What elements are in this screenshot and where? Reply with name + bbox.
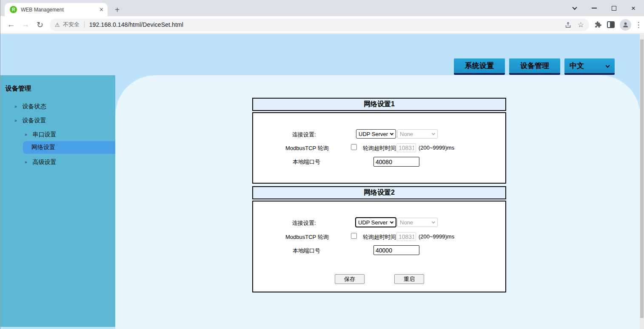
modbus-poll-checkbox[interactable] — [351, 233, 357, 239]
extensions-icon[interactable] — [594, 21, 602, 28]
sidebar-item-serial-settings[interactable]: » 串口设置 — [25, 130, 57, 139]
window-controls: × — [565, 0, 643, 16]
connection-type-select[interactable]: UDP Server — [355, 217, 396, 227]
browser-window: R WEB Management × + × ← → ↻ ⚠ 不安全 192.1… — [0, 0, 644, 329]
sidebar-item-advanced-settings[interactable]: » 高级设置 — [25, 158, 57, 167]
connection-secondary-value: None — [400, 131, 413, 137]
panel1-header: 网络设置1 — [252, 98, 506, 111]
connection-label: 连接设置: — [292, 131, 316, 139]
vertical-scrollbar[interactable] — [640, 34, 644, 329]
address-separator — [84, 21, 85, 28]
chevron-down-icon — [432, 131, 435, 135]
poll-timeout-label: 轮询超时时间 — [363, 145, 396, 152]
browser-menu-icon[interactable]: ⋮ — [635, 20, 642, 29]
not-secure-warning-icon: ⚠ — [55, 22, 60, 28]
poll-timeout-label: 轮询超时时间 — [363, 233, 396, 241]
panel2-body: 连接设置: UDP Server None ModbusTCP 轮询 轮询超时时… — [252, 201, 506, 292]
modbus-poll-label: ModbusTCP 轮询 — [285, 233, 329, 241]
panel2-header: 网络设置2 — [252, 186, 506, 199]
tab-search-icon[interactable] — [565, 0, 584, 16]
bullet-arrow-icon: » — [14, 105, 17, 109]
browser-toolbar: ← → ↻ ⚠ 不安全 192.168.0.148/html/DeviceSet… — [0, 16, 644, 34]
security-label[interactable]: 不安全 — [63, 21, 80, 28]
forward-icon[interactable]: → — [18, 20, 33, 29]
chevron-down-icon — [390, 220, 393, 223]
scrollbar-thumb[interactable] — [640, 40, 644, 318]
panel1-title: 网络设置1 — [364, 100, 395, 109]
sidebar-item-device-settings[interactable]: » 设备设置 — [14, 116, 46, 125]
sidebar-item-network-settings-active[interactable]: 网络设置 — [23, 141, 115, 154]
save-button[interactable]: 保存 — [335, 274, 365, 284]
connection-label: 连接设置: — [292, 219, 316, 227]
poll-timeout-range-hint: (200~9999)ms — [419, 233, 454, 240]
connection-type-value: UDP Server — [358, 219, 388, 226]
system-settings-button[interactable]: 系统设置 — [454, 58, 505, 75]
local-port-label: 本地端口号 — [293, 158, 320, 166]
sidebar-item-label: 设备设置 — [23, 117, 46, 125]
connection-type-select[interactable]: UDP Server — [356, 129, 396, 139]
sidebar-title: 设备管理 — [6, 85, 31, 93]
poll-timeout-range-hint: (200~9999)ms — [419, 145, 454, 151]
poll-timeout-input[interactable] — [396, 232, 416, 241]
side-panel-icon[interactable] — [607, 21, 615, 28]
address-bar[interactable]: ⚠ 不安全 192.168.0.148/html/DeviceSet.html … — [50, 19, 589, 31]
modbus-poll-label: ModbusTCP 轮询 — [285, 145, 329, 152]
tab-strip: R WEB Management × + × — [0, 0, 644, 16]
profile-avatar[interactable] — [620, 19, 631, 31]
toolbar-right-icons: ⋮ — [594, 19, 642, 31]
close-window-icon[interactable]: × — [624, 0, 643, 16]
new-tab-button[interactable]: + — [111, 4, 123, 16]
chevron-down-icon — [432, 220, 435, 223]
sidebar-item-device-status[interactable]: » 设备状态 — [14, 102, 46, 111]
connection-secondary-select[interactable]: None — [397, 218, 438, 227]
browser-tab[interactable]: R WEB Management × — [5, 3, 108, 16]
restart-button[interactable]: 重启 — [394, 274, 424, 284]
local-port-input[interactable] — [373, 157, 419, 167]
sidebar-item-label: 串口设置 — [33, 131, 57, 139]
tab-close-icon[interactable]: × — [100, 6, 103, 13]
bookmark-star-icon[interactable]: ☆ — [578, 20, 584, 29]
tab-title: WEB Management — [21, 7, 97, 13]
bullet-arrow-icon: » — [25, 160, 27, 164]
back-icon[interactable]: ← — [4, 20, 18, 29]
language-select[interactable]: 中文 — [564, 58, 615, 75]
sidebar-item-label: 高级设置 — [33, 159, 57, 166]
maximize-icon[interactable] — [604, 0, 624, 16]
panel2-title: 网络设置2 — [364, 188, 395, 197]
connection-type-value: UDP Server — [359, 131, 388, 137]
favicon-r-icon: R — [10, 6, 17, 13]
connection-secondary-value: None — [400, 219, 413, 226]
share-icon[interactable] — [564, 21, 572, 28]
connection-secondary-select[interactable]: None — [397, 129, 438, 139]
modbus-poll-checkbox[interactable] — [351, 144, 357, 150]
language-value: 中文 — [570, 61, 584, 71]
web-page: 设备管理 » 设备状态 » 设备设置 » 串口设置 网络设置 » 高级设置 系统… — [0, 34, 644, 329]
panel1-body: 连接设置: UDP Server None ModbusTCP 轮询 轮询超时时… — [252, 112, 506, 184]
reload-icon[interactable]: ↻ — [33, 20, 47, 30]
url-text[interactable]: 192.168.0.148/html/DeviceSet.html — [89, 21, 183, 28]
local-port-input[interactable] — [373, 245, 419, 255]
minimize-icon[interactable] — [584, 0, 604, 16]
sidebar: 设备管理 » 设备状态 » 设备设置 » 串口设置 网络设置 » 高级设置 — [0, 75, 115, 327]
chevron-down-icon — [606, 64, 610, 68]
bullet-arrow-icon: » — [25, 133, 27, 137]
sidebar-item-label: 设备状态 — [23, 103, 46, 111]
chevron-down-icon — [390, 131, 393, 135]
device-management-button[interactable]: 设备管理 — [509, 58, 560, 75]
bullet-arrow-icon: » — [14, 119, 17, 123]
sidebar-item-label: 网络设置 — [31, 144, 55, 151]
local-port-label: 本地端口号 — [293, 247, 320, 255]
poll-timeout-input[interactable] — [396, 143, 416, 152]
